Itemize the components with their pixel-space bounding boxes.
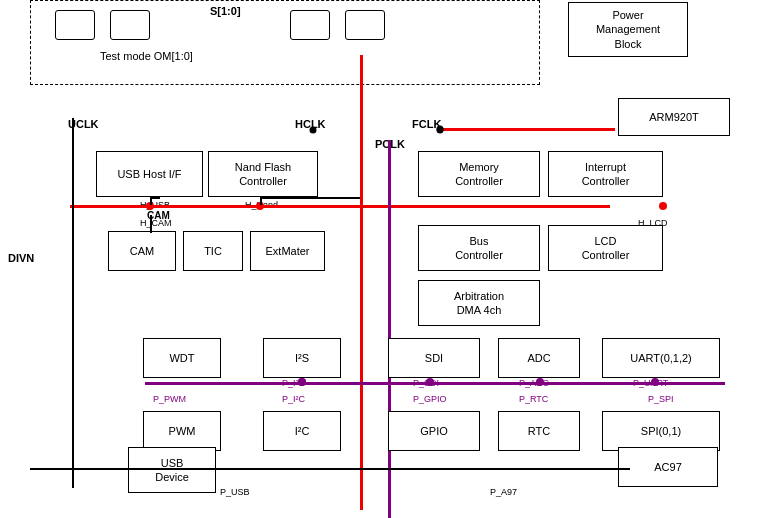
sdi-block: SDI — [388, 338, 480, 378]
p-sdi-dot — [426, 378, 434, 386]
gpio-block: GPIO — [388, 411, 480, 451]
rtc-block: RTC — [498, 411, 580, 451]
cam-block: CAM — [108, 231, 176, 271]
i2c-label: I²C — [295, 424, 310, 438]
buffer2 — [110, 10, 150, 40]
divn-label: DIVN — [8, 252, 34, 264]
extmater-label: ExtMater — [265, 244, 309, 258]
p-usb-label: P_USB — [220, 487, 250, 497]
cam-vline — [150, 215, 152, 233]
pwm-label: PWM — [169, 424, 196, 438]
pwm-block: PWM — [143, 411, 221, 451]
nand-flash-block: Nand Flash Controller — [208, 151, 318, 197]
usb-host-label: USB Host I/F — [117, 167, 181, 181]
arm920t-block: ARM920T — [618, 98, 730, 136]
adc-label: ADC — [527, 351, 550, 365]
nand-vline — [260, 197, 262, 205]
gpio-label: GPIO — [420, 424, 448, 438]
fclk-top-dot — [437, 127, 444, 134]
buffer4 — [345, 10, 385, 40]
memory-ctrl-label: Memory Controller — [455, 160, 503, 189]
extmater-block: ExtMater — [250, 231, 325, 271]
block-diagram: S[1:0] Test mode OM[1:0] Power Managemen… — [0, 0, 764, 518]
uart-block: UART(0,1,2) — [602, 338, 720, 378]
h-lcd-dot — [659, 202, 667, 210]
hclk-top-dot — [310, 127, 317, 134]
nand-flash-label: Nand Flash Controller — [235, 160, 291, 189]
top-dashed-region — [30, 0, 540, 85]
wdt-block: WDT — [143, 338, 221, 378]
nand-hclk-hline — [260, 197, 360, 199]
power-mgmt-label: Power Management Block — [596, 8, 660, 51]
p-i2c-label: P_I²C — [282, 394, 305, 404]
cam-label: CAM — [130, 244, 154, 258]
usb-device-label: USB Device — [155, 456, 189, 485]
ac97-label: AC97 — [654, 460, 682, 474]
spi-block: SPI(0,1) — [602, 411, 720, 451]
memory-ctrl-block: Memory Controller — [418, 151, 540, 197]
rtc-label: RTC — [528, 424, 550, 438]
i2c-block: I²C — [263, 411, 341, 451]
p-adc-dot — [536, 378, 544, 386]
bus-ctrl-block: Bus Controller — [418, 225, 540, 271]
left-vline — [72, 118, 74, 488]
p-gpio-label: P_GPIO — [413, 394, 447, 404]
ac97-block: AC97 — [618, 447, 718, 487]
usb-host-block: USB Host I/F — [96, 151, 203, 197]
buffer3 — [290, 10, 330, 40]
arb-dma-block: Arbitration DMA 4ch — [418, 280, 540, 326]
hclk-hline-left — [100, 205, 360, 208]
bottom-hline — [30, 468, 630, 470]
p-rtc-label: P_RTC — [519, 394, 548, 404]
lcd-ctrl-label: LCD Controller — [582, 234, 630, 263]
arb-dma-label: Arbitration DMA 4ch — [454, 289, 504, 318]
test-mode-label: Test mode OM[1:0] — [100, 50, 193, 62]
bus-ctrl-label: Bus Controller — [455, 234, 503, 263]
wdt-label: WDT — [169, 351, 194, 365]
buffer1 — [55, 10, 95, 40]
spi-label: SPI(0,1) — [641, 424, 681, 438]
p-pwm-label: P_PWM — [153, 394, 186, 404]
p-spi-label: P_SPI — [648, 394, 674, 404]
hclk-vline — [360, 55, 363, 510]
p-uart-dot — [651, 378, 659, 386]
fclk-line — [440, 128, 615, 131]
i2s-block: I²S — [263, 338, 341, 378]
p-adc-label: P_ADC — [519, 378, 549, 388]
s10-label: S[1:0] — [210, 5, 241, 17]
power-mgmt-block: Power Management Block — [568, 2, 688, 57]
arm920t-label: ARM920T — [649, 110, 699, 124]
interrupt-ctrl-block: Interrupt Controller — [548, 151, 663, 197]
adc-block: ADC — [498, 338, 580, 378]
i2s-label: I²S — [295, 351, 309, 365]
lcd-ctrl-block: LCD Controller — [548, 225, 663, 271]
p-i2c-dot — [298, 378, 306, 386]
usb-vline — [150, 197, 152, 205]
sdi-label: SDI — [425, 351, 443, 365]
usb-device-block: USB Device — [128, 447, 216, 493]
p-a97-label: P_A97 — [490, 487, 517, 497]
uart-label: UART(0,1,2) — [630, 351, 692, 365]
tic-block: TIC — [183, 231, 243, 271]
pclk-vline — [388, 140, 391, 518]
tic-label: TIC — [204, 244, 222, 258]
interrupt-ctrl-label: Interrupt Controller — [582, 160, 630, 189]
